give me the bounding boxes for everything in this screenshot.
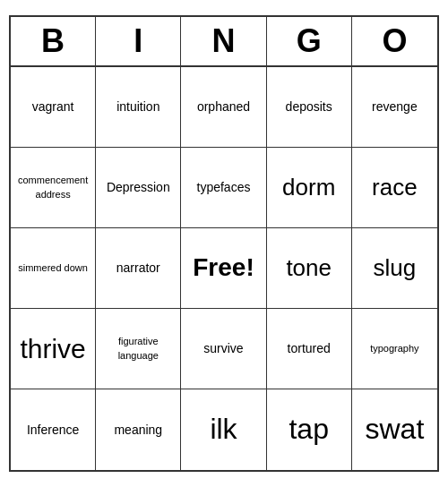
cell-text-r2-c1: narrator — [116, 260, 160, 276]
header-letter-o: O — [352, 17, 437, 65]
bingo-cell-r4-c1: meaning — [96, 389, 181, 470]
header-letter-i: I — [96, 17, 181, 65]
cell-text-r1-c3: dorm — [282, 173, 335, 203]
cell-text-r4-c3: tap — [289, 411, 328, 449]
cell-text-r4-c4: swat — [365, 411, 424, 449]
bingo-cell-r0-c3: deposits — [267, 67, 352, 148]
bingo-cell-r3-c3: tortured — [267, 309, 352, 389]
bingo-cell-r4-c4: swat — [352, 389, 437, 470]
bingo-cell-r2-c2: Free! — [181, 228, 266, 309]
cell-text-r3-c0: thrive — [20, 331, 85, 366]
bingo-cell-r3-c2: survive — [181, 309, 266, 389]
bingo-header: BINGO — [11, 17, 437, 67]
cell-text-r0-c1: intuition — [116, 98, 159, 115]
cell-text-r3-c2: survive — [203, 340, 243, 356]
cell-text-r1-c4: race — [372, 173, 418, 203]
cell-text-r2-c0: simmered down — [18, 261, 88, 275]
bingo-cell-r4-c2: ilk — [181, 389, 266, 470]
cell-text-r1-c0: commencement address — [14, 174, 91, 201]
bingo-cell-r2-c4: slug — [352, 228, 437, 309]
bingo-cell-r1-c3: dorm — [267, 148, 352, 228]
cell-text-r0-c2: orphaned — [197, 98, 250, 115]
cell-text-r0-c3: deposits — [286, 98, 332, 115]
bingo-cell-r4-c3: tap — [267, 389, 352, 470]
bingo-grid: vagrantintuitionorphaneddepositsrevengec… — [11, 67, 437, 470]
header-letter-n: N — [181, 17, 266, 65]
bingo-cell-r2-c3: tone — [267, 228, 352, 309]
bingo-cell-r3-c4: typography — [352, 309, 437, 389]
bingo-cell-r1-c2: typefaces — [181, 148, 266, 228]
bingo-cell-r2-c1: narrator — [96, 228, 181, 309]
cell-text-r3-c3: tortured — [288, 340, 331, 356]
bingo-cell-r2-c0: simmered down — [11, 228, 96, 309]
cell-text-r3-c1: figurative language — [99, 335, 177, 363]
cell-text-r4-c2: ilk — [210, 411, 237, 449]
bingo-cell-r0-c1: intuition — [96, 67, 181, 148]
header-letter-b: B — [11, 17, 96, 65]
cell-text-r4-c0: Inference — [27, 422, 79, 438]
cell-text-r2-c4: slug — [374, 253, 417, 284]
cell-text-r0-c4: revenge — [372, 98, 418, 115]
cell-text-r2-c3: tone — [286, 253, 332, 284]
bingo-cell-r3-c0: thrive — [11, 309, 96, 389]
cell-text-r3-c4: typography — [370, 342, 418, 355]
bingo-cell-r3-c1: figurative language — [96, 309, 181, 389]
bingo-cell-r0-c0: vagrant — [11, 67, 96, 148]
cell-text-r4-c1: meaning — [114, 422, 162, 438]
cell-text-r0-c0: vagrant — [32, 98, 74, 115]
header-letter-g: G — [267, 17, 352, 65]
bingo-cell-r1-c0: commencement address — [11, 148, 96, 228]
cell-text-r2-c2: Free! — [193, 252, 254, 284]
bingo-cell-r0-c2: orphaned — [181, 67, 266, 148]
bingo-cell-r4-c0: Inference — [11, 389, 96, 470]
bingo-cell-r1-c1: Depression — [96, 148, 181, 228]
bingo-cell-r1-c4: race — [352, 148, 437, 228]
bingo-card: BINGO vagrantintuitionorphaneddepositsre… — [9, 15, 439, 472]
cell-text-r1-c2: typefaces — [197, 179, 251, 195]
cell-text-r1-c1: Depression — [107, 179, 170, 195]
bingo-cell-r0-c4: revenge — [352, 67, 437, 148]
